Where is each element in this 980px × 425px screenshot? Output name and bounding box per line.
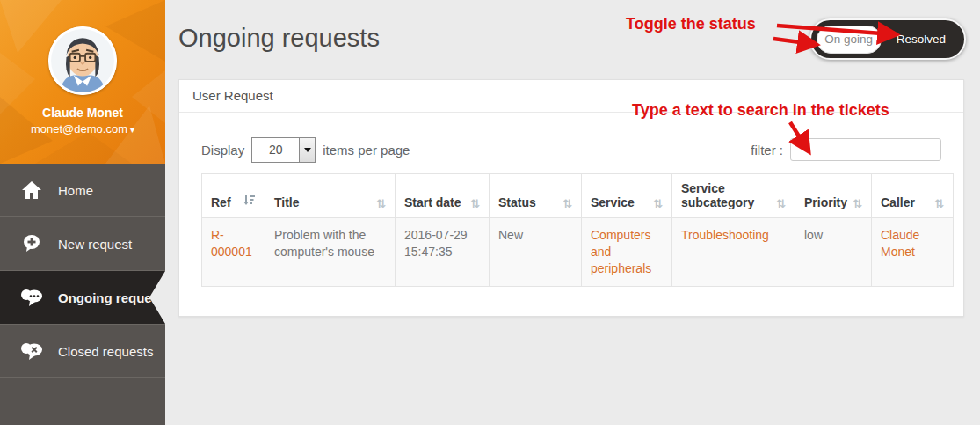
sidebar-nav: Home New request — [0, 164, 165, 378]
home-icon — [20, 180, 43, 200]
sort-both-icon: ⇅ — [776, 198, 786, 209]
cell-caller: Claude Monet — [872, 218, 954, 287]
resolved-toggle-button[interactable]: Resolved — [882, 33, 961, 46]
sidebar-item-ongoing-requests[interactable]: Ongoing reque... — [0, 271, 165, 325]
column-header-priority[interactable]: Priority⇅ — [795, 174, 872, 218]
user-profile-block: Claude Monet monet@demo.com▾ — [0, 0, 165, 164]
ongoing-toggle-button[interactable]: On going — [817, 26, 882, 54]
cell-status: New — [490, 218, 582, 287]
sidebar-item-label: New request — [58, 237, 132, 252]
sort-both-icon: ⇅ — [653, 198, 663, 209]
display-label: Display — [201, 143, 244, 158]
page-size-value: 20 — [252, 138, 299, 162]
main-content: Ongoing requests On going Resolved User … — [165, 0, 980, 425]
service-subcategory-link[interactable]: Troubleshooting — [681, 228, 769, 242]
sidebar-item-home[interactable]: Home — [0, 164, 165, 217]
cell-service: Computers and peripherals — [582, 218, 672, 287]
tickets-table: Ref — [201, 173, 954, 287]
caret-down-icon: ▾ — [130, 125, 134, 135]
items-per-page-label: items per page — [323, 143, 410, 158]
column-header-start-date[interactable]: Start date⇅ — [396, 174, 490, 218]
user-name: Claude Monet — [0, 106, 165, 120]
caller-link[interactable]: Claude Monet — [881, 228, 919, 259]
sidebar-item-label: Home — [58, 183, 93, 198]
sidebar-item-new-request[interactable]: New request — [0, 217, 165, 271]
table-header-row: Ref — [202, 174, 954, 218]
sidebar: Claude Monet monet@demo.com▾ Home — [0, 0, 165, 425]
cell-title: Problem with the computer's mouse — [265, 218, 396, 287]
closed-requests-icon — [20, 341, 43, 361]
cell-start-date: 2016-07-29 15:47:35 — [396, 218, 490, 287]
combobox-caret-icon[interactable] — [299, 138, 315, 162]
sort-both-icon: ⇅ — [853, 198, 862, 209]
column-header-service-subcategory[interactable]: Service subcategory⇅ — [672, 174, 795, 218]
page-size-select[interactable]: 20 — [251, 137, 316, 163]
ongoing-requests-icon — [20, 288, 43, 307]
sidebar-item-label: Ongoing reque... — [58, 290, 163, 305]
sort-both-icon: ⇅ — [563, 198, 572, 209]
filter-input[interactable] — [790, 138, 941, 161]
new-request-icon — [20, 234, 43, 253]
ticket-ref-link[interactable]: R-000001 — [211, 228, 252, 259]
sidebar-item-label: Closed requests — [58, 344, 153, 359]
column-header-status[interactable]: Status⇅ — [490, 174, 582, 218]
column-header-ref[interactable]: Ref — [202, 174, 265, 218]
cell-ref: R-000001 — [202, 218, 265, 287]
cell-priority: low — [795, 218, 872, 287]
sort-both-icon: ⇅ — [934, 198, 944, 209]
status-toggle: On going Resolved — [809, 18, 966, 60]
table-controls: Display 20 items per page filter : — [201, 136, 941, 163]
toggle-annotation: Toggle the status — [626, 15, 756, 33]
cell-service-subcategory: Troubleshooting — [672, 218, 795, 287]
filter-label: filter : — [751, 143, 783, 158]
service-link[interactable]: Computers and peripherals — [591, 228, 651, 275]
filter-annotation: Type a text to search in the tickets — [632, 101, 889, 120]
user-email: monet@demo.com — [31, 122, 127, 136]
sort-desc-icon — [243, 194, 256, 209]
column-header-service[interactable]: Service⇅ — [582, 174, 672, 218]
sort-both-icon: ⇅ — [470, 198, 480, 209]
sort-both-icon: ⇅ — [376, 198, 386, 209]
column-header-title[interactable]: Title⇅ — [265, 174, 396, 218]
column-header-caller[interactable]: Caller⇅ — [872, 174, 954, 218]
user-avatar — [48, 26, 117, 95]
sidebar-item-closed-requests[interactable]: Closed requests — [0, 325, 165, 378]
user-menu-trigger[interactable]: monet@demo.com▾ — [0, 122, 165, 136]
ticket-row: R-000001 Problem with the computer's mou… — [202, 218, 954, 287]
